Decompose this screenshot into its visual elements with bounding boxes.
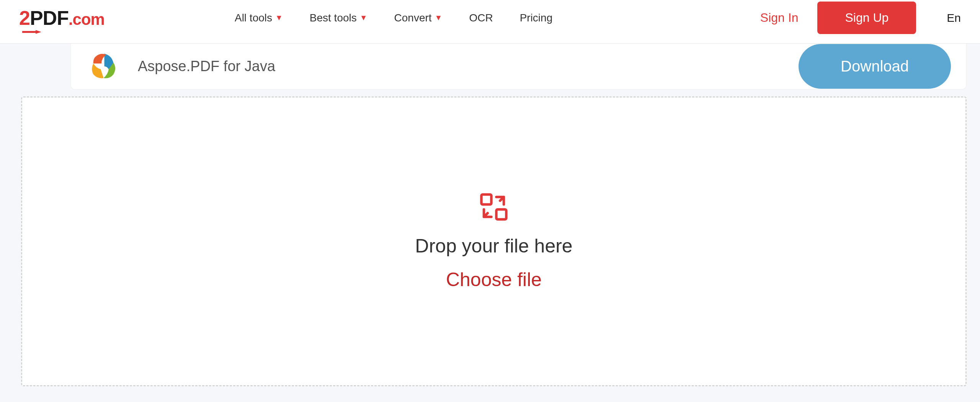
chevron-down-icon: ▼ <box>275 13 283 22</box>
nav-ocr[interactable]: OCR <box>469 12 493 24</box>
logo-pdf: PDF <box>30 7 69 29</box>
nav-best-tools[interactable]: Best tools ▼ <box>310 12 368 24</box>
svg-rect-1 <box>497 210 506 220</box>
file-dropzone[interactable]: Drop your file here Choose file <box>21 96 967 386</box>
auth-section: Sign In Sign Up En <box>760 2 961 34</box>
logo-com: .com <box>69 10 105 29</box>
svg-rect-0 <box>482 195 492 205</box>
nav-convert-label: Convert <box>394 12 432 24</box>
nav-pricing[interactable]: Pricing <box>520 12 553 24</box>
download-button[interactable]: Download <box>799 44 951 89</box>
aspose-banner: Aspose.PDF for Java Download <box>70 44 967 90</box>
transform-icon <box>479 192 509 223</box>
main-nav: All tools ▼ Best tools ▼ Convert ▼ OCR P… <box>235 12 552 24</box>
logo[interactable]: 2 PDF .com <box>19 7 105 29</box>
nav-convert[interactable]: Convert ▼ <box>394 12 443 24</box>
banner-title: Aspose.PDF for Java <box>138 58 275 75</box>
language-selector[interactable]: En <box>947 11 961 24</box>
signup-button[interactable]: Sign Up <box>817 2 916 34</box>
logo-number: 2 <box>19 7 30 29</box>
chevron-down-icon: ▼ <box>360 13 368 22</box>
nav-best-tools-label: Best tools <box>310 12 357 24</box>
nav-all-tools[interactable]: All tools ▼ <box>235 12 283 24</box>
aspose-logo-icon <box>86 48 122 85</box>
drop-text: Drop your file here <box>415 235 572 257</box>
nav-pricing-label: Pricing <box>520 12 553 24</box>
nav-all-tools-label: All tools <box>235 12 272 24</box>
choose-file-button[interactable]: Choose file <box>446 269 542 291</box>
nav-ocr-label: OCR <box>469 12 493 24</box>
signin-link[interactable]: Sign In <box>760 11 799 25</box>
chevron-down-icon: ▼ <box>435 13 443 22</box>
header: 2 PDF .com All tools ▼ Best tools ▼ Conv… <box>0 0 980 44</box>
